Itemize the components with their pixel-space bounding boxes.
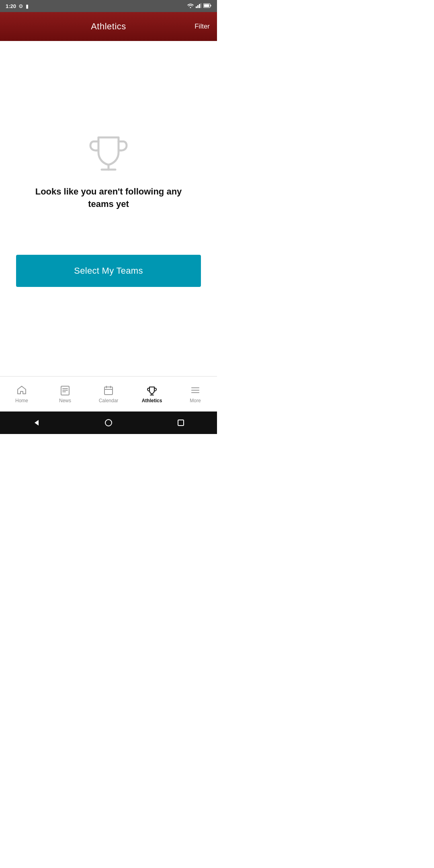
nav-item-news[interactable]: News — [43, 385, 87, 403]
nav-label-athletics: Athletics — [142, 398, 162, 403]
status-bar: 1:20 ⚙ ▮ — [0, 0, 217, 12]
empty-message: Looks like you aren't following any team… — [32, 186, 185, 211]
page-header: Athletics Filter — [0, 12, 217, 41]
trophy-icon — [86, 130, 131, 176]
svg-rect-3 — [199, 4, 200, 8]
filter-button[interactable]: Filter — [194, 23, 210, 31]
home-icon — [16, 385, 27, 396]
svg-rect-25 — [178, 420, 184, 426]
system-nav — [0, 411, 217, 434]
svg-rect-4 — [201, 3, 201, 8]
svg-rect-7 — [204, 4, 209, 7]
svg-marker-23 — [35, 420, 39, 426]
nav-label-news: News — [59, 398, 71, 403]
nav-item-home[interactable]: Home — [0, 385, 43, 403]
more-icon — [190, 385, 201, 396]
wifi-icon — [187, 3, 194, 9]
home-button[interactable] — [100, 415, 117, 431]
nav-label-more: More — [190, 398, 201, 403]
svg-point-0 — [190, 7, 191, 8]
svg-point-24 — [105, 420, 112, 426]
bottom-nav: Home News Calendar — [0, 376, 217, 411]
svg-rect-2 — [197, 5, 199, 8]
empty-state: Looks like you aren't following any team… — [32, 130, 185, 211]
main-content: Looks like you aren't following any team… — [0, 41, 217, 376]
settings-icon: ⚙ — [18, 3, 23, 9]
calendar-icon — [103, 385, 114, 396]
nav-label-calendar: Calendar — [99, 398, 119, 403]
sim-icon: ▮ — [26, 3, 29, 9]
athletics-icon — [146, 385, 158, 396]
signal-icon — [196, 3, 201, 9]
svg-rect-14 — [104, 387, 113, 395]
select-teams-button[interactable]: Select My Teams — [16, 255, 201, 287]
back-button[interactable] — [28, 415, 44, 431]
news-icon — [59, 385, 71, 396]
status-time: 1:20 — [6, 3, 16, 9]
recents-button[interactable] — [173, 415, 189, 431]
svg-rect-6 — [211, 5, 211, 6]
page-title: Athletics — [91, 21, 126, 32]
svg-rect-1 — [196, 6, 197, 8]
nav-item-athletics[interactable]: Athletics — [130, 385, 174, 403]
nav-item-more[interactable]: More — [174, 385, 217, 403]
nav-item-calendar[interactable]: Calendar — [87, 385, 130, 403]
battery-icon — [203, 3, 211, 9]
nav-label-home: Home — [15, 398, 28, 403]
